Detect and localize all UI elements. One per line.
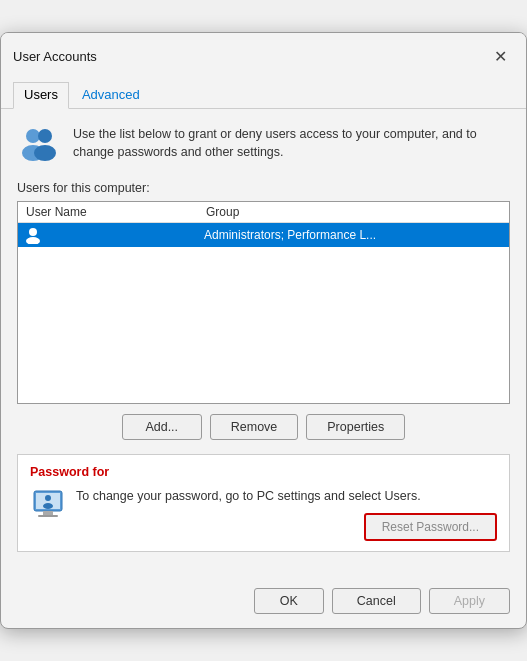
- pc-icon: [30, 487, 66, 523]
- close-button[interactable]: ✕: [486, 43, 514, 71]
- tab-advanced[interactable]: Advanced: [71, 82, 151, 109]
- svg-point-11: [43, 503, 53, 509]
- users-icon: [17, 123, 61, 167]
- svg-point-3: [34, 145, 56, 161]
- svg-rect-8: [43, 511, 53, 515]
- table-header: User Name Group: [18, 202, 509, 223]
- remove-button[interactable]: Remove: [210, 414, 299, 440]
- svg-rect-9: [38, 515, 58, 517]
- svg-point-5: [26, 237, 40, 244]
- svg-point-10: [45, 495, 51, 501]
- info-row: Use the list below to grant or deny user…: [17, 123, 510, 167]
- password-row: To change your password, go to PC settin…: [30, 487, 497, 542]
- info-text: Use the list below to grant or deny user…: [73, 123, 510, 163]
- bottom-buttons: OK Cancel Apply: [1, 580, 526, 628]
- cancel-button[interactable]: Cancel: [332, 588, 421, 614]
- reset-btn-container: Reset Password...: [76, 513, 497, 541]
- users-group-svg: [17, 123, 61, 167]
- password-info-text: To change your password, go to PC settin…: [76, 487, 497, 506]
- svg-point-2: [38, 129, 52, 143]
- tab-users[interactable]: Users: [13, 82, 69, 109]
- users-section-label: Users for this computer:: [17, 181, 510, 195]
- action-buttons: Add... Remove Properties: [17, 414, 510, 440]
- user-row-icon: [24, 226, 42, 244]
- password-section: Password for To change your pa: [17, 454, 510, 553]
- apply-button[interactable]: Apply: [429, 588, 510, 614]
- properties-button[interactable]: Properties: [306, 414, 405, 440]
- dialog-title: User Accounts: [13, 49, 97, 64]
- svg-point-0: [26, 129, 40, 143]
- column-header-group: Group: [206, 205, 501, 219]
- password-info-container: To change your password, go to PC settin…: [76, 487, 497, 542]
- title-bar: User Accounts ✕: [1, 33, 526, 71]
- password-section-title: Password for: [30, 465, 497, 479]
- ok-button[interactable]: OK: [254, 588, 324, 614]
- svg-point-4: [29, 228, 37, 236]
- add-button[interactable]: Add...: [122, 414, 202, 440]
- reset-password-button[interactable]: Reset Password...: [364, 513, 497, 541]
- user-accounts-dialog: User Accounts ✕ Users Advanced Use the l…: [0, 32, 527, 630]
- dialog-content: Use the list below to grant or deny user…: [1, 109, 526, 581]
- column-header-username: User Name: [26, 205, 206, 219]
- tab-bar: Users Advanced: [1, 75, 526, 109]
- user-group-cell: Administrators; Performance L...: [204, 228, 503, 242]
- table-body[interactable]: Administrators; Performance L...: [18, 223, 509, 403]
- table-row[interactable]: Administrators; Performance L...: [18, 223, 509, 247]
- user-table: User Name Group Administrators; Performa…: [17, 201, 510, 404]
